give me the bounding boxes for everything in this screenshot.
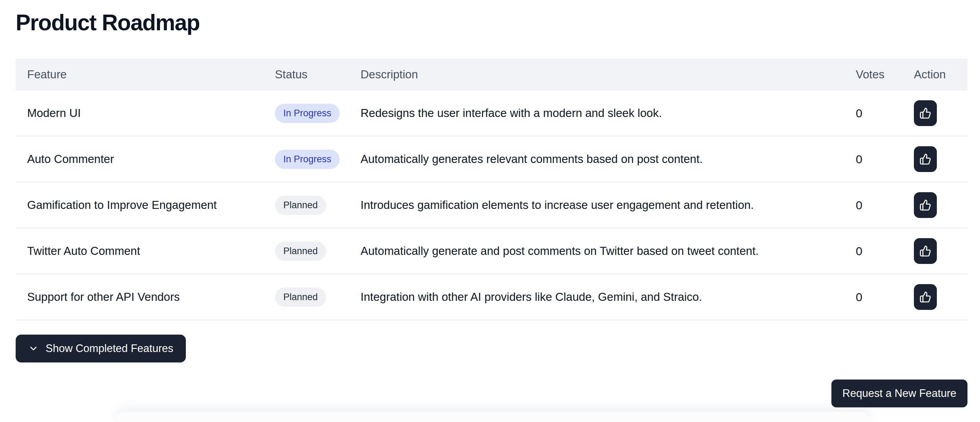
upvote-button[interactable] [914, 238, 937, 264]
page-title: Product Roadmap [16, 10, 200, 35]
table-row: Auto Commenter In Progress Automatically… [16, 137, 967, 182]
feature-description: Integration with other AI providers like… [361, 290, 856, 304]
show-completed-features-label: Show Completed Features [46, 342, 173, 355]
table-row: Twitter Auto Comment Planned Automatical… [16, 228, 967, 274]
column-header-action: Action [914, 68, 967, 81]
thumbs-up-icon [920, 199, 931, 211]
feature-description: Redesigns the user interface with a mode… [361, 107, 856, 120]
column-header-description: Description [361, 68, 856, 81]
feature-name: Support for other API Vendors [16, 290, 275, 304]
upvote-button[interactable] [914, 100, 937, 126]
votes-count: 0 [856, 199, 914, 212]
status-badge: Planned [275, 242, 326, 261]
request-new-feature-button[interactable]: Request a New Feature [831, 379, 967, 408]
feature-name: Modern UI [16, 107, 275, 120]
status-badge: Planned [275, 288, 326, 307]
votes-count: 0 [856, 244, 914, 258]
table-header-row: Feature Status Description Votes Action [16, 59, 967, 91]
votes-count: 0 [856, 153, 914, 166]
feature-name: Gamification to Improve Engagement [16, 199, 275, 212]
column-header-votes: Votes [856, 68, 914, 81]
thumbs-up-icon [920, 107, 931, 119]
upvote-button[interactable] [914, 146, 937, 172]
feature-description: Introduces gamification elements to incr… [361, 199, 856, 212]
chevron-down-icon [28, 343, 39, 354]
column-header-feature: Feature [16, 68, 275, 81]
upvote-button[interactable] [914, 192, 937, 218]
table-row: Gamification to Improve Engagement Plann… [16, 182, 967, 228]
table-row: Support for other API Vendors Planned In… [16, 274, 967, 320]
upvote-button[interactable] [914, 284, 937, 310]
thumbs-up-icon [920, 291, 931, 303]
thumbs-up-icon [920, 153, 931, 165]
thumbs-up-icon [920, 245, 931, 257]
show-completed-features-button[interactable]: Show Completed Features [16, 334, 186, 363]
feature-name: Twitter Auto Comment [16, 244, 275, 258]
votes-count: 0 [856, 290, 914, 304]
request-new-feature-label: Request a New Feature [843, 387, 956, 400]
column-header-status: Status [275, 68, 361, 81]
status-badge: In Progress [275, 104, 340, 123]
bottom-card-edge [116, 412, 870, 422]
feature-description: Automatically generates relevant comment… [361, 153, 856, 166]
status-badge: Planned [275, 196, 326, 215]
feature-description: Automatically generate and post comments… [361, 244, 856, 258]
feature-name: Auto Commenter [16, 153, 275, 166]
roadmap-table: Feature Status Description Votes Action … [16, 59, 967, 320]
table-row: Modern UI In Progress Redesigns the user… [16, 91, 967, 137]
votes-count: 0 [856, 107, 914, 120]
status-badge: In Progress [275, 150, 340, 169]
